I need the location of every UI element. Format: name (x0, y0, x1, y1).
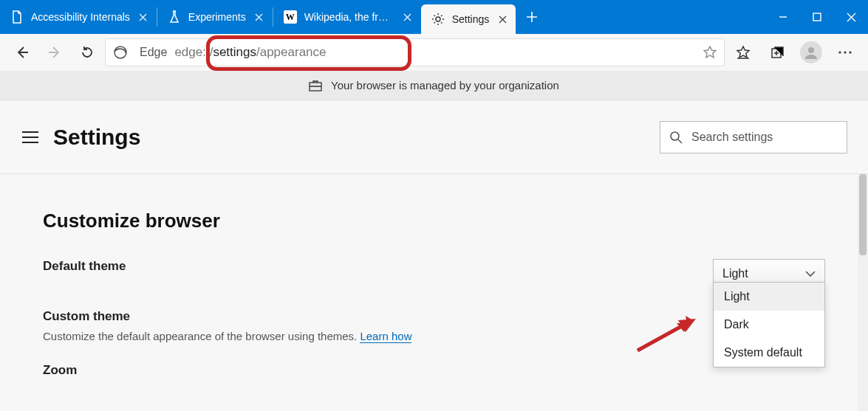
tab-experiments[interactable]: Experiments (157, 0, 273, 34)
theme-option-system-default[interactable]: System default (714, 339, 824, 367)
collections-button[interactable] (762, 38, 793, 67)
theme-select-value: Light (722, 267, 748, 280)
learn-how-link[interactable]: Learn how (360, 330, 411, 343)
default-theme-label: Default theme (43, 259, 126, 274)
tab-label: Accessibility Internals (31, 11, 130, 23)
favorites-button[interactable] (728, 38, 759, 67)
briefcase-icon (309, 80, 322, 91)
row-custom-theme: Custom theme Customize the default appea… (43, 309, 825, 342)
wikipedia-icon: W (284, 10, 297, 24)
close-icon[interactable] (253, 11, 265, 23)
close-window-button[interactable] (834, 0, 868, 34)
forward-button[interactable] (40, 38, 69, 67)
gear-icon (431, 13, 445, 26)
svg-point-0 (436, 17, 440, 21)
zoom-label: Zoom (43, 363, 77, 378)
svg-point-7 (849, 51, 851, 53)
edge-logo-icon (113, 45, 128, 60)
minimize-button[interactable] (766, 0, 800, 34)
tab-label: Experiments (188, 11, 246, 23)
scrollbar-thumb[interactable] (859, 174, 867, 255)
tab-label: Settings (452, 13, 490, 25)
svg-point-5 (838, 51, 841, 53)
row-zoom: Zoom (43, 363, 825, 378)
browser-tab-strip: Accessibility Internals Experiments W Wi… (0, 0, 868, 34)
tab-accessibility-internals[interactable]: Accessibility Internals (0, 0, 157, 34)
avatar-icon (800, 41, 822, 63)
file-icon (10, 10, 24, 24)
more-menu-button[interactable] (830, 38, 861, 67)
tab-settings[interactable]: Settings (421, 4, 516, 34)
search-icon (669, 131, 683, 144)
svg-rect-1 (813, 13, 821, 21)
close-icon[interactable] (137, 11, 149, 23)
tab-wikipedia[interactable]: W Wikipedia, the free en (273, 0, 421, 34)
row-default-theme: Default theme Light (43, 259, 825, 289)
custom-theme-label: Custom theme (43, 309, 130, 324)
close-icon[interactable] (496, 13, 508, 25)
address-bar[interactable]: Edge edge://settings/appearance (105, 38, 725, 66)
search-engine-label: Edge (140, 46, 167, 59)
section-title: Customize browser (43, 210, 825, 232)
vertical-scrollbar[interactable] (858, 174, 868, 411)
flask-icon (168, 10, 181, 24)
settings-header: Settings Search settings (0, 100, 868, 174)
settings-menu-button[interactable] (21, 128, 40, 147)
favorite-star-icon[interactable] (703, 46, 717, 59)
maximize-button[interactable] (800, 0, 834, 34)
new-tab-button[interactable] (516, 0, 548, 34)
url-text: edge://settings/appearance (174, 45, 326, 60)
window-controls (766, 0, 868, 34)
browser-toolbar: Edge edge://settings/appearance (0, 34, 868, 71)
svg-point-4 (808, 47, 814, 53)
page-title: Settings (53, 125, 140, 150)
back-button[interactable] (7, 38, 37, 67)
tab-label: Wikipedia, the free en (304, 11, 394, 23)
close-icon[interactable] (402, 11, 414, 23)
chevron-down-icon (805, 270, 816, 277)
managed-by-org-banner: Your browser is managed by your organiza… (0, 71, 868, 100)
profile-button[interactable] (796, 38, 827, 67)
svg-point-9 (671, 132, 679, 140)
managed-banner-text: Your browser is managed by your organiza… (331, 79, 559, 91)
search-settings-input[interactable]: Search settings (660, 121, 847, 153)
theme-option-dark[interactable]: Dark (714, 311, 824, 339)
refresh-button[interactable] (72, 38, 102, 67)
theme-dropdown: Light Dark System default (713, 282, 825, 367)
theme-option-light[interactable]: Light (714, 283, 824, 311)
custom-theme-description: Customize the default appearance of the … (43, 330, 411, 342)
search-placeholder: Search settings (691, 131, 773, 144)
svg-point-6 (844, 51, 846, 53)
